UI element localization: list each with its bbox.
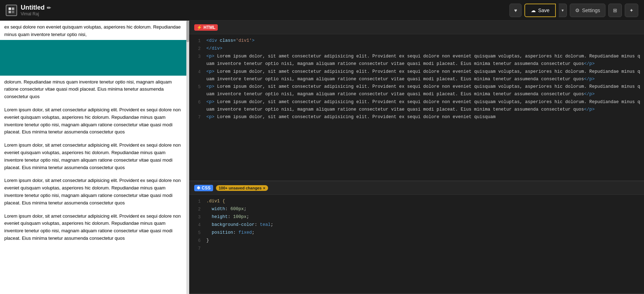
line-content: <div class='div1'> [206,37,641,45]
css-badge: ✱ CSS [194,185,213,191]
preview-scrollbar[interactable] [186,21,189,294]
unsaved-changes-badge: 100+ unsaved changes × [216,185,268,191]
html-badge: ⚡ HTML [194,24,218,31]
css-section-header: ✱ CSS 100+ unsaved changes × [189,181,644,195]
line-number: 7 [192,113,201,121]
css-code-editor[interactable]: 1.div1 {2 width: 600px;3 height: 100px;4… [189,195,644,293]
css-label: CSS [202,186,211,191]
star-icon: ✦ [629,7,634,13]
css-code-line: 3 height: 100px; [189,213,644,221]
css-code-line: 2 width: 600px; [189,206,644,213]
topbar: Untitled ✏ Vimal Raj ♥ ☁ Save ▾ ⚙ Settin… [0,0,644,21]
html-section-header: ⚡ HTML [189,21,644,34]
html-code-line: 1<div class='div1'> [189,37,644,45]
layout-icon: ⊞ [613,7,617,13]
line-content: height: 100px; [206,213,641,221]
preview-panel: ex sequi dolore non eveniet quisquam vol… [0,21,189,294]
preview-teal-box [0,40,189,76]
line-number: 6 [192,237,201,244]
html-label: HTML [203,25,215,30]
html-code-line: 6<p> Lorem ipsum dolor, sit amet consect… [189,98,644,114]
topbar-left: Untitled ✏ Vimal Raj [6,4,51,16]
line-content: background-color: teal; [206,221,641,229]
css-code-line: 4 background-color: teal; [189,221,644,229]
html-code-editor[interactable]: 1<div class='div1'>2</div>3<p> Lorem ips… [189,34,644,181]
preview-content: ex sequi dolore non eveniet quisquam vol… [0,21,189,251]
line-number: 3 [192,213,201,221]
topbar-right: ♥ ☁ Save ▾ ⚙ Settings ⊞ ✦ [509,4,638,17]
code-panel: ⚡ HTML 1<div class='div1'>2</div>3<p> Lo… [189,21,644,294]
html-code-line: 7<p> Lorem ipsum dolor, sit amet consect… [189,113,644,121]
unsaved-label: 100+ unsaved changes [219,186,262,190]
settings-label: Settings [582,7,600,13]
project-info: Untitled ✏ Vimal Raj [21,4,51,16]
line-number: 4 [192,68,201,76]
line-content: <p> Lorem ipsum dolor, sit amet consecte… [206,68,641,83]
preview-top-text: ex sequi dolore non eveniet quisquam vol… [0,21,189,40]
preview-para-2: Lorem ipsum dolor, sit amet consectetur … [4,142,185,171]
html-code-line: 3<p> Lorem ipsum dolor, sit amet consect… [189,53,644,68]
html-code-line: 2</div> [189,45,644,53]
gear-icon: ⚙ [575,7,580,13]
line-content: position: fixed; [206,229,641,237]
line-content: <p> Lorem ipsum dolor, sit amet consecte… [206,83,641,98]
star-button[interactable]: ✦ [625,4,638,17]
html-editor-section: ⚡ HTML 1<div class='div1'>2</div>3<p> Lo… [189,21,644,181]
line-content: <p> Lorem ipsum dolor, sit amet consecte… [206,53,641,68]
line-number: 1 [192,37,201,45]
line-content: <p> Lorem ipsum dolor, sit amet consecte… [206,98,641,114]
css-code-line: 5 position: fixed; [189,229,644,237]
html-icon: ⚡ [197,25,202,30]
preview-para-1: Lorem ipsum dolor, sit amet consectetur … [4,106,185,136]
preview-para-3: Lorem ipsum dolor, sit amet consectetur … [4,177,185,207]
save-button[interactable]: ☁ Save [524,4,556,17]
svg-rect-2 [9,11,11,13]
line-content: </div> [206,45,641,52]
logo-icon [6,5,17,16]
line-number: 4 [192,221,201,229]
line-content: .div1 { [206,198,641,205]
line-number: 6 [192,98,201,106]
css-editor-section: ✱ CSS 100+ unsaved changes × 1.div1 {2 w… [189,181,644,294]
line-content: } [206,237,641,244]
line-number: 7 [192,245,201,252]
settings-button[interactable]: ⚙ Settings [570,4,605,17]
line-content: <p> Lorem ipsum dolor, sit amet consecte… [206,113,641,121]
preview-para-0: dolorum. Repudiandae minus quam inventor… [4,78,185,101]
svg-rect-0 [9,7,11,10]
css-code-line: 7 [189,245,644,253]
preview-para-4: Lorem ipsum dolor, sit amet consectetur … [4,213,185,242]
edit-icon[interactable]: ✏ [47,5,51,11]
css-icon: ✱ [197,186,200,191]
line-number: 2 [192,206,201,213]
preview-paragraphs: dolorum. Repudiandae minus quam inventor… [0,76,189,251]
heart-icon: ♥ [514,7,517,13]
scrollbar-thumb[interactable] [186,21,189,42]
line-number: 3 [192,53,201,60]
layout-button[interactable]: ⊞ [608,4,622,17]
line-number: 1 [192,198,201,205]
line-content: width: 600px; [206,206,641,213]
line-number: 5 [192,229,201,237]
html-code-line: 5<p> Lorem ipsum dolor, sit amet consect… [189,83,644,98]
main-content: ex sequi dolore non eveniet quisquam vol… [0,21,644,294]
project-name: Untitled [21,4,45,11]
favorite-button[interactable]: ♥ [509,4,522,17]
save-label: Save [538,7,549,13]
project-user: Vimal Raj [21,11,51,16]
chevron-down-icon: ▾ [562,8,564,13]
cloud-icon: ☁ [531,7,536,13]
close-icon[interactable]: × [263,186,265,190]
save-dropdown-button[interactable]: ▾ [559,4,567,17]
css-code-line: 1.div1 { [189,198,644,206]
html-code-line: 4<p> Lorem ipsum dolor, sit amet consect… [189,68,644,83]
line-number: 5 [192,83,201,91]
project-title: Untitled ✏ [21,4,51,11]
svg-rect-3 [12,11,14,13]
svg-rect-1 [12,7,14,10]
line-number: 2 [192,45,201,52]
css-code-line: 6} [189,237,644,245]
